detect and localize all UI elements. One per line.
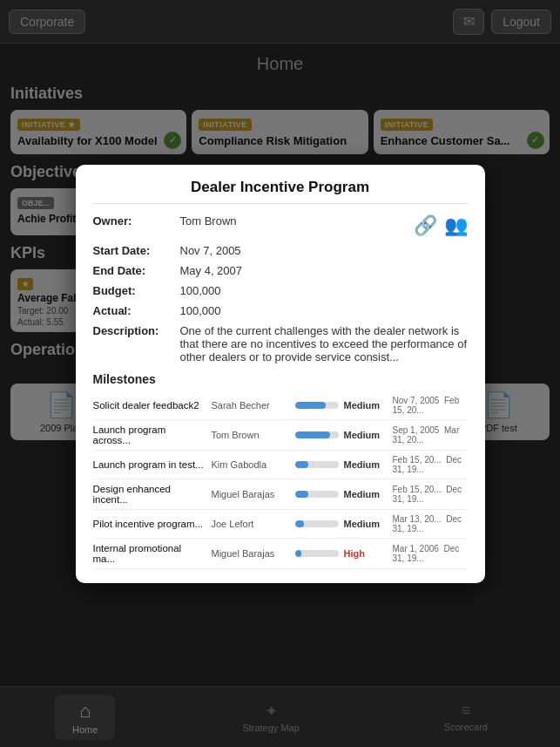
modal-budget-label: Budget: [93, 284, 180, 297]
milestone-priority-1: Medium [344, 430, 388, 440]
link-icon[interactable]: 🔗 [414, 214, 437, 237]
milestone-owner-0: Sarah Becher [212, 400, 290, 411]
milestone-dates-5: Mar 1, 2006 Dec 31, 19... [393, 544, 468, 563]
milestone-name-3: Design enhanced incent... [93, 484, 206, 505]
modal-description-field: Description: One of the current challeng… [93, 324, 468, 363]
milestone-priority-4: Medium [344, 519, 388, 529]
modal-owner-value: Tom Brown [180, 214, 414, 227]
modal-budget-value: 100,000 [180, 284, 468, 297]
milestones-list: Solicit dealer feedback2 Sarah Becher Me… [93, 391, 468, 569]
milestone-row-1[interactable]: Launch program across... Tom Brown Mediu… [93, 420, 468, 451]
modal-overlay[interactable]: Dealer Incentive Program Owner: Tom Brow… [0, 0, 560, 747]
milestone-name-5: Internal promotional ma... [93, 543, 206, 564]
modal-owner-label: Owner: [93, 214, 180, 227]
milestone-owner-2: Kim Gabodla [212, 459, 290, 470]
milestone-row-3[interactable]: Design enhanced incent... Miguel Barajas… [93, 479, 468, 510]
milestone-dates-4: Mar 13, 20... Dec 31, 19... [393, 514, 468, 533]
milestone-name-1: Launch program across... [93, 424, 206, 445]
modal-start-date-value: Nov 7, 2005 [180, 244, 468, 257]
milestone-bar-3 [295, 491, 339, 498]
milestone-row-5[interactable]: Internal promotional ma... Miguel Baraja… [93, 539, 468, 569]
modal-actual-value: 100,000 [180, 304, 468, 317]
milestone-priority-3: Medium [344, 489, 388, 499]
milestone-priority-0: Medium [344, 400, 388, 411]
modal-end-date-field: End Date: May 4, 2007 [93, 264, 468, 277]
modal-start-date-field: Start Date: Nov 7, 2005 [93, 244, 468, 257]
milestone-priority-5: High [344, 548, 388, 559]
milestone-bar-5 [295, 550, 339, 557]
modal-description-label: Description: [93, 324, 180, 337]
milestone-row-2[interactable]: Launch program in test... Kim Gabodla Me… [93, 451, 468, 479]
modal-owner-field: Owner: Tom Brown 🔗 👥 [93, 214, 468, 237]
milestone-owner-3: Miguel Barajas [212, 489, 290, 499]
modal-dialog: Dealer Incentive Program Owner: Tom Brow… [76, 165, 485, 583]
milestone-name-0: Solicit dealer feedback2 [93, 400, 206, 411]
milestone-row-0[interactable]: Solicit dealer feedback2 Sarah Becher Me… [93, 391, 468, 420]
milestone-name-4: Pilot incentive program... [93, 519, 206, 529]
milestone-row-4[interactable]: Pilot incentive program... Joe Lefort Me… [93, 510, 468, 539]
milestone-priority-2: Medium [344, 459, 388, 470]
modal-end-date-label: End Date: [93, 264, 180, 277]
modal-action-icons: 🔗 👥 [414, 214, 468, 237]
milestone-dates-2: Feb 15, 20... Dec 31, 19... [393, 455, 468, 474]
milestone-bar-0 [295, 402, 339, 409]
people-icon[interactable]: 👥 [444, 214, 468, 237]
milestone-owner-1: Tom Brown [212, 430, 290, 440]
modal-end-date-value: May 4, 2007 [180, 264, 468, 277]
milestone-owner-4: Joe Lefort [212, 519, 290, 529]
milestone-bar-1 [295, 431, 339, 438]
milestone-owner-5: Miguel Barajas [212, 548, 290, 559]
modal-actual-label: Actual: [93, 304, 180, 317]
modal-actual-field: Actual: 100,000 [93, 304, 468, 317]
milestone-name-2: Launch program in test... [93, 459, 206, 470]
milestone-dates-3: Feb 15, 20... Dec 31, 19... [393, 485, 468, 504]
milestone-dates-1: Sep 1, 2005 Mar 31, 20... [393, 425, 468, 445]
milestones-header: Milestones [93, 372, 468, 386]
modal-budget-field: Budget: 100,000 [93, 284, 468, 297]
modal-start-date-label: Start Date: [93, 244, 180, 257]
milestone-bar-2 [295, 461, 339, 468]
modal-description-value: One of the current challenges with the d… [180, 324, 468, 363]
milestone-bar-4 [295, 520, 339, 527]
milestone-dates-0: Nov 7, 2005 Feb 15, 20... [393, 396, 468, 415]
modal-title: Dealer Incentive Program [93, 179, 468, 204]
